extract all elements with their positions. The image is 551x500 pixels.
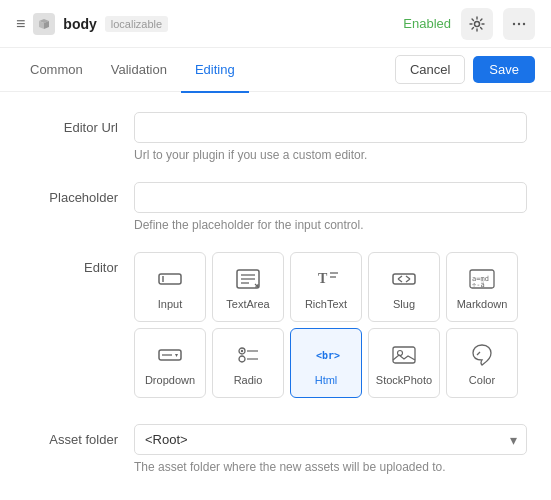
editor-options-grid: Input TextArea T bbox=[134, 252, 527, 398]
svg-text:÷-ä: ÷-ä bbox=[472, 281, 485, 289]
enabled-badge: Enabled bbox=[403, 16, 451, 31]
editor-field: Input TextArea T bbox=[134, 252, 527, 404]
editor-option-color-label: Color bbox=[469, 374, 495, 386]
markdown-icon: a=md ÷-ä bbox=[468, 265, 496, 293]
dropdown-icon bbox=[156, 341, 184, 369]
editor-option-html[interactable]: <br> Html bbox=[290, 328, 362, 398]
editor-option-markdown[interactable]: a=md ÷-ä Markdown bbox=[446, 252, 518, 322]
svg-point-23 bbox=[239, 356, 245, 362]
field-badge: localizable bbox=[105, 16, 168, 32]
editor-option-stockphoto[interactable]: StockPhoto bbox=[368, 328, 440, 398]
more-icon bbox=[511, 16, 527, 32]
svg-point-2 bbox=[518, 22, 520, 24]
placeholder-hint: Define the placeholder for the input con… bbox=[134, 218, 527, 232]
asset-folder-row: Asset folder <Root> ▾ The asset folder w… bbox=[24, 424, 527, 474]
save-button[interactable]: Save bbox=[473, 56, 535, 83]
richtext-icon: T bbox=[312, 265, 340, 293]
hamburger-icon[interactable]: ≡ bbox=[16, 15, 25, 33]
tab-common[interactable]: Common bbox=[16, 49, 97, 93]
editor-option-input-label: Input bbox=[158, 298, 182, 310]
asset-folder-select-wrapper: <Root> ▾ bbox=[134, 424, 527, 455]
placeholder-row: Placeholder Define the placeholder for t… bbox=[24, 182, 527, 232]
tab-validation[interactable]: Validation bbox=[97, 49, 181, 93]
placeholder-field: Define the placeholder for the input con… bbox=[134, 182, 527, 232]
editor-label: Editor bbox=[24, 252, 134, 404]
asset-folder-select[interactable]: <Root> bbox=[134, 424, 527, 455]
editor-option-richtext-label: RichText bbox=[305, 298, 347, 310]
svg-text:T: T bbox=[318, 271, 328, 286]
editor-option-slug[interactable]: Slug bbox=[368, 252, 440, 322]
field-name: body bbox=[63, 16, 96, 32]
settings-button[interactable] bbox=[461, 8, 493, 40]
top-bar-left: ≡ body localizable bbox=[16, 13, 395, 35]
tab-editing[interactable]: Editing bbox=[181, 49, 249, 93]
editor-url-row: Editor Url Url to your plugin if you use… bbox=[24, 112, 527, 162]
editor-option-richtext[interactable]: T RichText bbox=[290, 252, 362, 322]
editor-option-radio-label: Radio bbox=[234, 374, 263, 386]
checkboxes-empty-label bbox=[24, 494, 134, 500]
svg-point-0 bbox=[475, 21, 480, 26]
slug-icon bbox=[390, 265, 418, 293]
svg-rect-14 bbox=[393, 274, 415, 284]
svg-rect-4 bbox=[159, 274, 181, 284]
editor-url-hint: Url to your plugin if you use a custom e… bbox=[134, 148, 527, 162]
svg-point-21 bbox=[241, 349, 243, 351]
svg-point-1 bbox=[513, 22, 515, 24]
color-icon bbox=[468, 341, 496, 369]
editor-option-slug-label: Slug bbox=[393, 298, 415, 310]
editor-option-dropdown[interactable]: Dropdown bbox=[134, 328, 206, 398]
svg-point-3 bbox=[523, 22, 525, 24]
editor-row: Editor Input bbox=[24, 252, 527, 404]
editor-url-label: Editor Url bbox=[24, 112, 134, 162]
editor-option-textarea-label: TextArea bbox=[226, 298, 269, 310]
editor-option-html-label: Html bbox=[315, 374, 338, 386]
stockphoto-icon bbox=[390, 341, 418, 369]
svg-rect-26 bbox=[393, 347, 415, 363]
more-button[interactable] bbox=[503, 8, 535, 40]
logo-icon bbox=[33, 13, 55, 35]
editor-option-radio[interactable]: Radio bbox=[212, 328, 284, 398]
editor-url-input[interactable] bbox=[134, 112, 527, 143]
tabs-actions: Cancel Save bbox=[395, 55, 535, 84]
editor-option-markdown-label: Markdown bbox=[457, 298, 508, 310]
editor-option-textarea[interactable]: TextArea bbox=[212, 252, 284, 322]
checkboxes-row: Embed Contents and Assets With this opti… bbox=[24, 494, 527, 500]
top-bar: ≡ body localizable Enabled bbox=[0, 0, 551, 48]
gear-icon bbox=[469, 16, 485, 32]
radio-icon bbox=[234, 341, 262, 369]
editor-option-stockphoto-label: StockPhoto bbox=[376, 374, 432, 386]
content-area: Editor Url Url to your plugin if you use… bbox=[0, 92, 551, 500]
placeholder-label: Placeholder bbox=[24, 182, 134, 232]
cancel-button[interactable]: Cancel bbox=[395, 55, 465, 84]
input-icon bbox=[156, 265, 184, 293]
top-bar-right: Enabled bbox=[403, 8, 535, 40]
asset-folder-hint: The asset folder where the new assets wi… bbox=[134, 460, 527, 474]
tabs-bar: Common Validation Editing Cancel Save bbox=[0, 48, 551, 92]
svg-point-27 bbox=[398, 350, 403, 355]
editor-option-color[interactable]: Color bbox=[446, 328, 518, 398]
html-icon: <br> bbox=[312, 341, 340, 369]
asset-folder-label: Asset folder bbox=[24, 424, 134, 474]
svg-text:<br>: <br> bbox=[316, 350, 340, 361]
checkboxes-field: Embed Contents and Assets With this opti… bbox=[134, 494, 527, 500]
editor-url-field: Url to your plugin if you use a custom e… bbox=[134, 112, 527, 162]
placeholder-input[interactable] bbox=[134, 182, 527, 213]
editor-option-dropdown-label: Dropdown bbox=[145, 374, 195, 386]
editor-option-input[interactable]: Input bbox=[134, 252, 206, 322]
asset-folder-field: <Root> ▾ The asset folder where the new … bbox=[134, 424, 527, 474]
svg-line-28 bbox=[477, 352, 480, 355]
textarea-icon bbox=[234, 265, 262, 293]
